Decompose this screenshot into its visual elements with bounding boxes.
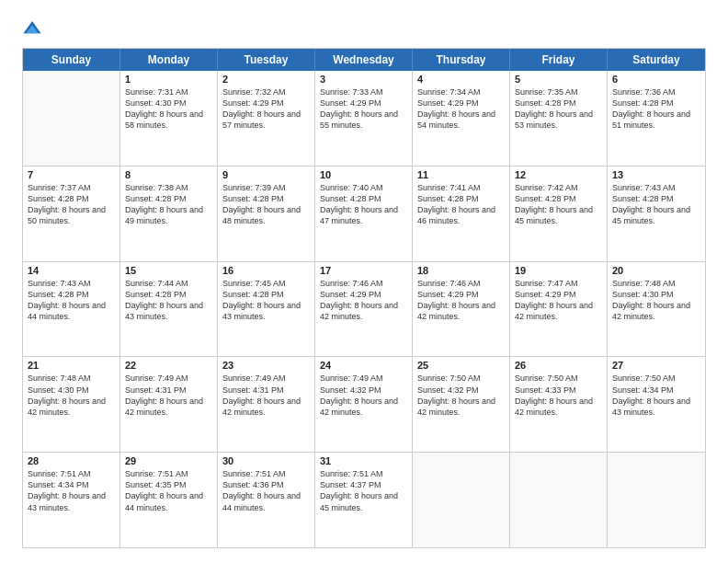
sunrise-label: Sunrise: 7:49 AM <box>222 373 286 383</box>
day-info: Sunrise: 7:37 AMSunset: 4:28 PMDaylight:… <box>28 182 115 227</box>
day-number: 7 <box>28 169 115 180</box>
sunrise-label: Sunrise: 7:32 AM <box>222 87 286 97</box>
header-day-thursday: Thursday <box>413 49 510 71</box>
day-number: 27 <box>612 360 700 371</box>
day-number: 2 <box>222 74 310 85</box>
day-number: 10 <box>320 169 407 180</box>
day-cell-29: 29Sunrise: 7:51 AMSunset: 4:35 PMDayligh… <box>120 453 218 547</box>
day-info: Sunrise: 7:47 AMSunset: 4:29 PMDaylight:… <box>515 278 602 323</box>
daylight-label: Daylight: 8 hours and 44 minutes. <box>125 491 203 511</box>
day-info: Sunrise: 7:45 AMSunset: 4:28 PMDaylight:… <box>222 278 310 323</box>
day-cell-18: 18Sunrise: 7:46 AMSunset: 4:29 PMDayligh… <box>413 262 510 357</box>
day-cell-23: 23Sunrise: 7:49 AMSunset: 4:31 PMDayligh… <box>218 357 315 452</box>
day-cell-22: 22Sunrise: 7:49 AMSunset: 4:31 PMDayligh… <box>120 357 218 452</box>
day-info: Sunrise: 7:50 AMSunset: 4:33 PMDaylight:… <box>515 373 602 418</box>
calendar: SundayMondayTuesdayWednesdayThursdayFrid… <box>22 48 706 548</box>
day-info: Sunrise: 7:32 AMSunset: 4:29 PMDaylight:… <box>222 86 310 132</box>
day-cell-9: 9Sunrise: 7:39 AMSunset: 4:28 PMDaylight… <box>218 167 315 261</box>
daylight-label: Daylight: 8 hours and 48 minutes. <box>222 205 301 225</box>
day-info: Sunrise: 7:40 AMSunset: 4:28 PMDaylight:… <box>320 182 407 227</box>
sunset-label: Sunset: 4:33 PM <box>515 385 576 395</box>
day-cell-12: 12Sunrise: 7:42 AMSunset: 4:28 PMDayligh… <box>510 167 608 261</box>
day-number: 8 <box>125 169 212 180</box>
header <box>22 18 706 39</box>
sunrise-label: Sunrise: 7:38 AM <box>125 183 188 192</box>
day-info: Sunrise: 7:38 AMSunset: 4:28 PMDaylight:… <box>125 182 212 227</box>
daylight-label: Daylight: 8 hours and 50 minutes. <box>28 205 106 225</box>
day-info: Sunrise: 7:46 AMSunset: 4:29 PMDaylight:… <box>417 278 505 323</box>
day-info: Sunrise: 7:35 AMSunset: 4:28 PMDaylight:… <box>515 86 602 132</box>
sunset-label: Sunset: 4:37 PM <box>320 480 381 489</box>
calendar-row-3: 21Sunrise: 7:48 AMSunset: 4:30 PMDayligh… <box>23 356 705 452</box>
sunrise-label: Sunrise: 7:47 AM <box>515 279 578 288</box>
day-info: Sunrise: 7:48 AMSunset: 4:30 PMDaylight:… <box>612 278 700 323</box>
day-info: Sunrise: 7:43 AMSunset: 4:28 PMDaylight:… <box>612 182 700 227</box>
day-info: Sunrise: 7:41 AMSunset: 4:28 PMDaylight:… <box>417 182 505 227</box>
day-number: 17 <box>320 265 407 276</box>
sunset-label: Sunset: 4:31 PM <box>222 385 284 395</box>
day-info: Sunrise: 7:44 AMSunset: 4:28 PMDaylight:… <box>125 278 212 323</box>
day-cell-16: 16Sunrise: 7:45 AMSunset: 4:28 PMDayligh… <box>218 262 315 357</box>
daylight-label: Daylight: 8 hours and 43 minutes. <box>28 491 106 511</box>
day-number: 18 <box>417 265 505 276</box>
day-number: 28 <box>28 455 115 466</box>
day-number: 5 <box>515 74 602 85</box>
daylight-label: Daylight: 8 hours and 47 minutes. <box>320 205 398 225</box>
daylight-label: Daylight: 8 hours and 42 minutes. <box>612 301 690 321</box>
day-cell-empty <box>413 453 510 547</box>
sunrise-label: Sunrise: 7:40 AM <box>320 183 383 192</box>
day-cell-10: 10Sunrise: 7:40 AMSunset: 4:28 PMDayligh… <box>315 167 413 261</box>
daylight-label: Daylight: 8 hours and 53 minutes. <box>515 109 593 130</box>
day-cell-empty <box>23 71 120 166</box>
day-info: Sunrise: 7:36 AMSunset: 4:28 PMDaylight:… <box>612 86 700 132</box>
daylight-label: Daylight: 8 hours and 42 minutes. <box>320 301 398 321</box>
day-cell-20: 20Sunrise: 7:48 AMSunset: 4:30 PMDayligh… <box>608 262 705 357</box>
day-cell-13: 13Sunrise: 7:43 AMSunset: 4:28 PMDayligh… <box>608 167 705 261</box>
day-cell-21: 21Sunrise: 7:48 AMSunset: 4:30 PMDayligh… <box>23 357 120 452</box>
day-info: Sunrise: 7:39 AMSunset: 4:28 PMDaylight:… <box>222 182 310 227</box>
day-number: 30 <box>222 455 310 466</box>
day-cell-11: 11Sunrise: 7:41 AMSunset: 4:28 PMDayligh… <box>413 167 510 261</box>
sunset-label: Sunset: 4:28 PM <box>417 194 479 203</box>
day-cell-14: 14Sunrise: 7:43 AMSunset: 4:28 PMDayligh… <box>23 262 120 357</box>
day-number: 9 <box>222 169 310 180</box>
sunrise-label: Sunrise: 7:34 AM <box>417 87 481 97</box>
day-number: 23 <box>222 360 310 371</box>
logo-icon <box>22 18 42 39</box>
day-info: Sunrise: 7:49 AMSunset: 4:32 PMDaylight:… <box>320 373 407 418</box>
day-info: Sunrise: 7:51 AMSunset: 4:35 PMDaylight:… <box>125 468 212 513</box>
sunset-label: Sunset: 4:36 PM <box>222 480 284 489</box>
daylight-label: Daylight: 8 hours and 46 minutes. <box>417 205 495 225</box>
day-cell-7: 7Sunrise: 7:37 AMSunset: 4:28 PMDaylight… <box>23 167 120 261</box>
day-number: 26 <box>515 360 602 371</box>
day-info: Sunrise: 7:51 AMSunset: 4:34 PMDaylight:… <box>28 468 115 513</box>
sunset-label: Sunset: 4:28 PM <box>515 194 576 203</box>
day-info: Sunrise: 7:49 AMSunset: 4:31 PMDaylight:… <box>125 373 212 418</box>
sunrise-label: Sunrise: 7:50 AM <box>417 373 481 383</box>
day-info: Sunrise: 7:51 AMSunset: 4:36 PMDaylight:… <box>222 468 310 513</box>
daylight-label: Daylight: 8 hours and 43 minutes. <box>222 301 301 321</box>
sunset-label: Sunset: 4:28 PM <box>28 290 89 299</box>
day-cell-31: 31Sunrise: 7:51 AMSunset: 4:37 PMDayligh… <box>315 453 413 547</box>
day-cell-28: 28Sunrise: 7:51 AMSunset: 4:34 PMDayligh… <box>23 453 120 547</box>
sunrise-label: Sunrise: 7:37 AM <box>28 183 91 192</box>
daylight-label: Daylight: 8 hours and 42 minutes. <box>417 396 495 417</box>
sunset-label: Sunset: 4:30 PM <box>28 385 89 395</box>
sunrise-label: Sunrise: 7:50 AM <box>515 373 578 383</box>
daylight-label: Daylight: 8 hours and 42 minutes. <box>515 301 593 321</box>
calendar-header: SundayMondayTuesdayWednesdayThursdayFrid… <box>23 49 705 71</box>
sunset-label: Sunset: 4:34 PM <box>28 480 89 489</box>
daylight-label: Daylight: 8 hours and 44 minutes. <box>28 301 106 321</box>
sunset-label: Sunset: 4:28 PM <box>515 98 576 108</box>
daylight-label: Daylight: 8 hours and 43 minutes. <box>125 301 203 321</box>
sunrise-label: Sunrise: 7:35 AM <box>515 87 578 97</box>
day-number: 3 <box>320 74 407 85</box>
day-cell-4: 4Sunrise: 7:34 AMSunset: 4:29 PMDaylight… <box>413 71 510 166</box>
sunset-label: Sunset: 4:28 PM <box>222 194 284 203</box>
daylight-label: Daylight: 8 hours and 51 minutes. <box>612 109 690 130</box>
sunrise-label: Sunrise: 7:49 AM <box>320 373 383 383</box>
daylight-label: Daylight: 8 hours and 44 minutes. <box>222 491 301 511</box>
day-cell-15: 15Sunrise: 7:44 AMSunset: 4:28 PMDayligh… <box>120 262 218 357</box>
sunset-label: Sunset: 4:29 PM <box>222 98 284 108</box>
daylight-label: Daylight: 8 hours and 58 minutes. <box>125 109 203 130</box>
